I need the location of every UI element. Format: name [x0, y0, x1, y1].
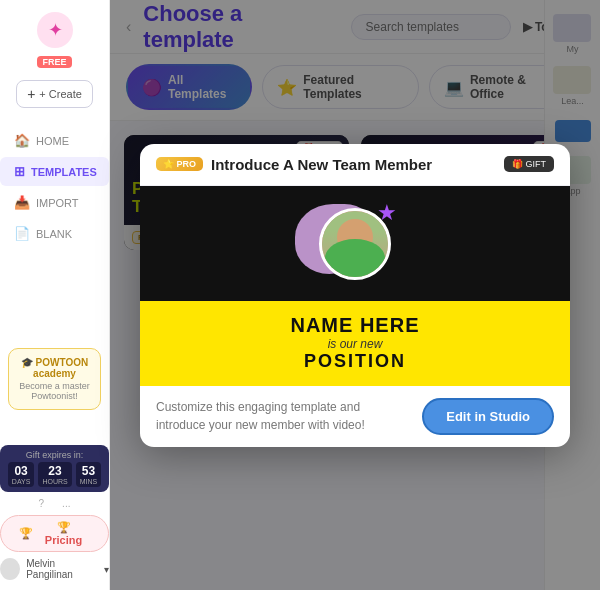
- modal-description: Customize this engaging template and int…: [156, 398, 412, 434]
- sidebar-item-import[interactable]: 📥 IMPORT: [0, 188, 109, 217]
- create-label: + Create: [39, 88, 82, 100]
- mins-number: 53: [80, 464, 98, 478]
- modal-gift-badge: 🎁 GIFT: [504, 156, 554, 172]
- sidebar-nav: 🏠 HOME ⊞ TEMPLATES 📥 IMPORT 📄 BLANK: [0, 126, 109, 248]
- user-avatar: [0, 558, 20, 580]
- modal-header: ⭐ PRO Introduce A New Team Member 🎁 GIFT: [140, 144, 570, 186]
- gift-banner: Gift expires in: 03 DAYS 23 HOURS 53 MIN…: [0, 445, 109, 492]
- import-icon: 📥: [14, 195, 30, 210]
- free-badge: FREE: [37, 56, 71, 68]
- user-name: Melvin Pangilinan: [26, 558, 98, 580]
- help-label[interactable]: ?: [39, 498, 45, 509]
- templates-icon: ⊞: [14, 164, 25, 179]
- edit-in-studio-button[interactable]: Edit in Studio: [422, 398, 554, 435]
- gift-timer: 03 DAYS 23 HOURS 53 MINS: [8, 462, 101, 487]
- svg-text:✦: ✦: [47, 20, 62, 40]
- modal-footer: Customize this engaging template and int…: [140, 386, 570, 447]
- home-label: HOME: [36, 135, 69, 147]
- pricing-icon: 🏆: [19, 527, 33, 540]
- sidebar-bottom: Gift expires in: 03 DAYS 23 HOURS 53 MIN…: [0, 445, 109, 590]
- gift-title: Gift expires in:: [8, 450, 101, 460]
- template-modal: ⭐ PRO Introduce A New Team Member 🎁 GIFT…: [140, 144, 570, 447]
- avatar-circle: [319, 208, 391, 280]
- templates-label: TEMPLATES: [31, 166, 97, 178]
- modal-title: Introduce A New Team Member: [211, 156, 496, 173]
- user-profile[interactable]: Melvin Pangilinan ▾: [0, 558, 109, 580]
- pricing-button[interactable]: 🏆 🏆 Pricing: [0, 515, 109, 552]
- yellow-bar: Name Here is our new POSITION: [140, 301, 570, 386]
- sidebar-item-home[interactable]: 🏠 HOME: [0, 126, 109, 155]
- modal-pro-badge: ⭐ PRO: [156, 157, 203, 171]
- blank-icon: 📄: [14, 226, 30, 241]
- sidebar-logo: ✦: [37, 12, 73, 52]
- mins-label: MINS: [80, 478, 98, 485]
- avatar-person: [322, 211, 388, 277]
- template-position-text: POSITION: [304, 351, 406, 372]
- chevron-down-icon: ▾: [104, 564, 109, 575]
- hours-number: 23: [42, 464, 67, 478]
- home-icon: 🏠: [14, 133, 30, 148]
- import-label: IMPORT: [36, 197, 79, 209]
- modal-preview: ★ Name Here is our new POSITION: [140, 186, 570, 386]
- academy-logo: 🎓 POWTOON academy: [17, 357, 92, 379]
- hours-label: HOURS: [42, 478, 67, 485]
- template-name-text: Name Here: [290, 314, 419, 337]
- academy-banner[interactable]: 🎓 POWTOON academy Become a master Powtoo…: [8, 348, 101, 410]
- blank-label: BLANK: [36, 228, 72, 240]
- more-label[interactable]: ...: [62, 498, 70, 509]
- sidebar: ✦ FREE + + Create 🏠 HOME ⊞ TEMPLATES 📥 I…: [0, 0, 110, 590]
- sidebar-item-templates[interactable]: ⊞ TEMPLATES: [0, 157, 109, 186]
- sidebar-item-blank[interactable]: 📄 BLANK: [0, 219, 109, 248]
- plus-icon: +: [27, 86, 35, 102]
- preview-content: ★ Name Here is our new POSITION: [140, 186, 570, 386]
- create-button[interactable]: + + Create: [16, 80, 93, 108]
- academy-text: Become a master Powtoonist!: [17, 381, 92, 401]
- modal-overlay: ⭐ PRO Introduce A New Team Member 🎁 GIFT…: [110, 0, 600, 590]
- template-is-our-new: is our new: [328, 337, 383, 351]
- help-row: ? ...: [39, 498, 71, 509]
- avatar-body: [325, 239, 385, 277]
- pricing-label: 🏆 Pricing: [37, 521, 90, 546]
- main-area: My Lea... App ‹ Choose a template ▶ Tool…: [110, 0, 600, 590]
- days-number: 03: [12, 464, 31, 478]
- days-label: DAYS: [12, 478, 31, 485]
